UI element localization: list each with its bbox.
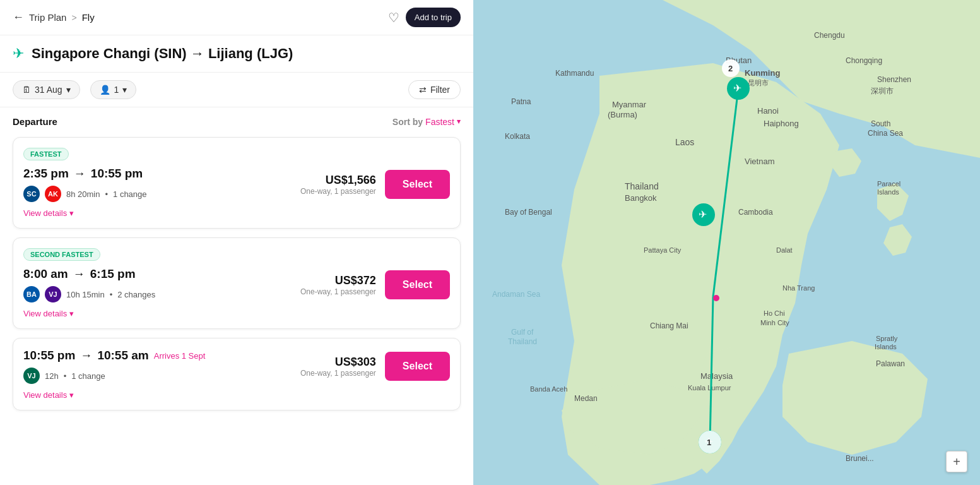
flight-card: SECOND FASTEST 8:00 am → 6:15 pm BA VJ 1… bbox=[13, 237, 461, 329]
view-details-label: View details bbox=[23, 309, 67, 318]
depart-time: 10:55 pm bbox=[23, 349, 75, 362]
svg-text:Ho Chi: Ho Chi bbox=[764, 309, 785, 317]
filters-row: 🗓 31 Aug ▾ 👤 1 ▾ ⇄ Filter bbox=[0, 73, 473, 107]
second-fastest-badge: SECOND FASTEST bbox=[23, 248, 100, 261]
calendar-icon: 🗓 bbox=[22, 85, 31, 95]
view-details-toggle[interactable]: View details ▾ bbox=[23, 390, 450, 400]
view-details-toggle[interactable]: View details ▾ bbox=[23, 208, 450, 218]
svg-text:Kunming: Kunming bbox=[745, 68, 780, 78]
back-button[interactable]: ← bbox=[13, 11, 24, 24]
airline-row: SC AK 8h 20min • 1 change bbox=[23, 186, 147, 202]
svg-text:Kolkata: Kolkata bbox=[505, 132, 530, 141]
departure-label: Departure Sort by Fastest ▾ bbox=[13, 116, 461, 127]
pax-chevron-icon: ▾ bbox=[122, 85, 127, 95]
svg-text:Shenzhen: Shenzhen bbox=[877, 75, 911, 84]
price-block: US$1,566 One-way, 1 passenger bbox=[300, 174, 376, 196]
flight-right: US$1,566 One-way, 1 passenger Select bbox=[300, 170, 450, 199]
svg-text:Patna: Patna bbox=[511, 97, 531, 106]
view-details-toggle[interactable]: View details ▾ bbox=[23, 309, 450, 318]
departure-text: Departure bbox=[13, 116, 57, 127]
svg-text:Malaysia: Malaysia bbox=[700, 371, 733, 381]
svg-text:China Sea: China Sea bbox=[868, 129, 903, 138]
price-amount: US$1,566 bbox=[300, 174, 376, 187]
airline-logo: VJ bbox=[45, 286, 61, 302]
trip-plan-link[interactable]: Trip Plan bbox=[29, 12, 66, 23]
flight-right: US$372 One-way, 1 passenger Select bbox=[300, 270, 450, 299]
view-details-chevron: ▾ bbox=[69, 390, 74, 400]
route-title: Singapore Changi (SIN) → Lijiang (LJG) bbox=[32, 45, 293, 62]
filter-button[interactable]: ⇄ Filter bbox=[408, 80, 461, 99]
svg-text:Palawan: Palawan bbox=[876, 359, 905, 368]
breadcrumb-separator: > bbox=[71, 13, 76, 23]
select-button[interactable]: Select bbox=[385, 170, 450, 199]
map-svg: Myanmar (Burma) Laos Thailand Bangkok Vi… bbox=[473, 0, 980, 485]
airline-row: VJ 12h • 1 change bbox=[23, 368, 205, 384]
flight-changes: 1 change bbox=[71, 371, 105, 381]
left-panel: ← Trip Plan > Fly ♡ Add to trip ✈ Singap… bbox=[0, 0, 473, 485]
svg-text:Chengdu: Chengdu bbox=[814, 31, 845, 40]
depart-time: 8:00 am bbox=[23, 267, 68, 281]
svg-text:Haiphong: Haiphong bbox=[764, 119, 799, 128]
airline-row: BA VJ 10h 15min • 2 changes bbox=[23, 286, 155, 302]
pax-value: 1 bbox=[114, 85, 119, 95]
arrive-time: 6:15 pm bbox=[90, 267, 136, 281]
svg-text:Islands: Islands bbox=[875, 343, 897, 350]
route-header: ✈ Singapore Changi (SIN) → Lijiang (LJG) bbox=[0, 35, 473, 73]
svg-point-44 bbox=[713, 295, 719, 301]
flight-times: 2:35 pm → 10:55 pm bbox=[23, 167, 147, 181]
svg-text:Banda Aceh: Banda Aceh bbox=[530, 385, 567, 393]
date-value: 31 Aug bbox=[35, 85, 62, 95]
svg-text:Cambodia: Cambodia bbox=[738, 208, 773, 217]
svg-text:Minh City: Minh City bbox=[760, 319, 789, 326]
plane-icon: ✈ bbox=[13, 45, 24, 62]
view-details-chevron: ▾ bbox=[69, 208, 74, 218]
price-sub: One-way, 1 passenger bbox=[300, 287, 376, 296]
arrive-time: 10:55 am bbox=[97, 349, 148, 362]
svg-text:Laos: Laos bbox=[675, 137, 694, 147]
passenger-picker[interactable]: 👤 1 ▾ bbox=[90, 80, 137, 99]
svg-text:Kuala Lumpur: Kuala Lumpur bbox=[688, 384, 731, 392]
svg-text:Myanmar: Myanmar bbox=[612, 100, 647, 109]
sort-value[interactable]: Fastest bbox=[425, 117, 454, 127]
select-button[interactable]: Select bbox=[385, 270, 450, 299]
svg-text:Dalat: Dalat bbox=[776, 246, 793, 254]
svg-text:Islands: Islands bbox=[877, 188, 899, 196]
breadcrumb: ← Trip Plan > Fly bbox=[13, 11, 95, 24]
departure-section: Departure Sort by Fastest ▾ bbox=[0, 107, 473, 131]
dot-separator: • bbox=[110, 290, 113, 299]
arrive-time: 10:55 pm bbox=[91, 167, 143, 181]
svg-text:1: 1 bbox=[707, 438, 711, 447]
flight-duration: 10h 15min bbox=[66, 290, 105, 299]
filter-icon: ⇄ bbox=[419, 85, 427, 95]
map-panel: Myanmar (Burma) Laos Thailand Bangkok Vi… bbox=[473, 0, 980, 485]
svg-text:Gulf of: Gulf of bbox=[511, 328, 534, 337]
flight-duration: 8h 20min bbox=[66, 189, 100, 199]
date-picker[interactable]: 🗓 31 Aug ▾ bbox=[13, 80, 80, 99]
airline-logo: VJ bbox=[23, 368, 40, 384]
flight-main: 10:55 pm → 10:55 am Arrives 1 Sept VJ 12… bbox=[23, 349, 450, 384]
svg-text:Spratly: Spratly bbox=[876, 335, 898, 342]
arrow-icon: → bbox=[73, 267, 85, 281]
svg-text:Andaman Sea: Andaman Sea bbox=[492, 290, 540, 299]
heart-icon[interactable]: ♡ bbox=[388, 10, 399, 25]
zoom-in-button[interactable]: + bbox=[946, 451, 967, 472]
flight-main: 8:00 am → 6:15 pm BA VJ 10h 15min • 2 ch… bbox=[23, 267, 450, 302]
svg-text:Kathmandu: Kathmandu bbox=[555, 69, 594, 78]
fastest-badge: FASTEST bbox=[23, 148, 69, 160]
top-bar-right: ♡ Add to trip bbox=[388, 8, 461, 27]
date-chevron-icon: ▾ bbox=[66, 85, 71, 95]
arrow-icon: → bbox=[74, 167, 86, 181]
add-to-trip-button[interactable]: Add to trip bbox=[406, 8, 461, 27]
flight-duration: 12h bbox=[45, 371, 59, 381]
select-button[interactable]: Select bbox=[385, 352, 450, 381]
depart-time: 2:35 pm bbox=[23, 167, 69, 181]
top-bar: ← Trip Plan > Fly ♡ Add to trip bbox=[0, 0, 473, 35]
sort-by-label: Sort by bbox=[393, 117, 423, 127]
svg-text:Pattaya City: Pattaya City bbox=[644, 246, 682, 254]
sort-chevron-icon[interactable]: ▾ bbox=[457, 117, 461, 126]
flight-times: 8:00 am → 6:15 pm bbox=[23, 267, 155, 281]
filter-label: Filter bbox=[430, 85, 450, 95]
price-amount: US$372 bbox=[300, 274, 376, 287]
svg-text:深圳市: 深圳市 bbox=[871, 87, 894, 95]
svg-text:Vietnam: Vietnam bbox=[745, 157, 774, 166]
